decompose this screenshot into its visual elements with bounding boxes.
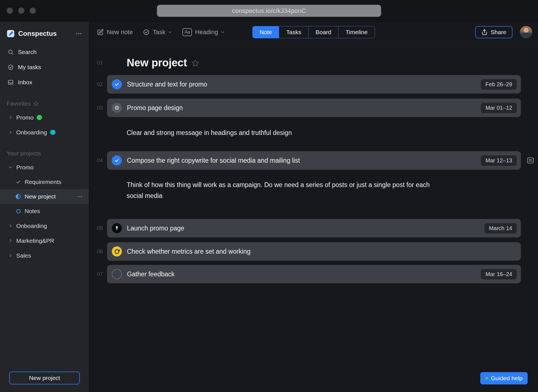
guided-help-button[interactable]: Guided help bbox=[480, 372, 528, 384]
page-item-label: Requirements bbox=[25, 179, 61, 185]
sidebar-item-label: Inbox bbox=[18, 79, 32, 86]
task-circle-check-icon bbox=[143, 29, 150, 36]
task-title: Promo page design bbox=[127, 104, 183, 112]
status-in-progress-icon[interactable] bbox=[112, 103, 122, 113]
view-switcher: Note Tasks Board Timeline bbox=[252, 26, 375, 38]
page-item-label: New project bbox=[25, 193, 56, 200]
task-row[interactable]: Compose the right copywrite for social m… bbox=[107, 151, 521, 170]
note-paragraph[interactable]: Think of how this thing will work as a c… bbox=[107, 179, 438, 201]
line-number: 07 bbox=[89, 271, 107, 277]
heading-block: 01 New project bbox=[89, 55, 538, 70]
toolbar-right: Share bbox=[475, 26, 532, 38]
task-date-badge[interactable]: March 14 bbox=[484, 223, 517, 234]
project-item-sales[interactable]: Sales bbox=[0, 248, 89, 263]
task-row[interactable]: Check whether metrics are set and workin… bbox=[107, 242, 521, 261]
task-date-badge[interactable]: Mar 01–12 bbox=[481, 103, 517, 113]
editor-toolbar: New note Task Aa Heading bbox=[89, 22, 538, 43]
promo-badge-icon bbox=[37, 115, 42, 120]
favorites-title: Favorites bbox=[7, 100, 31, 107]
heading-type-button[interactable]: Aa Heading bbox=[182, 28, 225, 36]
project-item-label: Sales bbox=[16, 252, 31, 259]
task-title: Check whether metrics are set and workin… bbox=[127, 248, 251, 255]
tab-board[interactable]: Board bbox=[308, 26, 338, 38]
sidebar: Conspectus Search My tasks bbox=[0, 22, 89, 392]
task-block: 07 Gather feedback Mar 16–24 bbox=[89, 265, 538, 283]
sidebar-item-inbox[interactable]: Inbox bbox=[0, 75, 89, 90]
status-done-icon[interactable] bbox=[112, 155, 122, 165]
share-label: Share bbox=[491, 29, 506, 36]
chevron-right-icon bbox=[8, 224, 13, 228]
app-logo-icon bbox=[7, 30, 15, 38]
page-title-text: New project bbox=[127, 57, 187, 69]
sidebar-item-my-tasks[interactable]: My tasks bbox=[0, 60, 89, 75]
window-minimize-button[interactable] bbox=[18, 8, 24, 14]
favorite-item-promo[interactable]: Promo bbox=[0, 110, 89, 125]
window-close-button[interactable] bbox=[7, 8, 13, 14]
user-avatar[interactable] bbox=[520, 26, 532, 38]
page-item-new-project[interactable]: New project bbox=[0, 189, 89, 204]
page-item-notes[interactable]: Notes bbox=[0, 204, 89, 218]
search-icon bbox=[8, 49, 14, 55]
main-area: New note Task Aa Heading bbox=[89, 22, 538, 392]
check-circle-icon bbox=[8, 64, 14, 70]
sidebar-item-label: My tasks bbox=[18, 64, 41, 71]
project-item-onboarding[interactable]: Onboarding bbox=[0, 218, 89, 233]
url-bar[interactable]: conspectus.io/c/kJ34ponC bbox=[157, 5, 381, 17]
circle-outline-icon bbox=[15, 209, 21, 213]
task-block: 02 Structure and text for promo Feb 26–2… bbox=[89, 75, 538, 94]
chevron-right-icon bbox=[8, 253, 13, 258]
task-date-badge[interactable]: Mar 16–24 bbox=[481, 269, 517, 279]
line-number: 01 bbox=[89, 60, 107, 66]
comment-icon[interactable] bbox=[526, 156, 535, 165]
status-dot-icon bbox=[485, 377, 488, 380]
page-item-requirements[interactable]: Requirements bbox=[0, 175, 89, 189]
task-date-badge[interactable]: Feb 26–29 bbox=[481, 79, 517, 90]
heading-label: Heading bbox=[195, 29, 218, 36]
line-number: 03 bbox=[89, 105, 107, 111]
project-item-promo[interactable]: Promo bbox=[0, 160, 89, 175]
task-row[interactable]: Gather feedback Mar 16–24 bbox=[107, 265, 521, 283]
paragraph-block: Think of how this thing will work as a c… bbox=[89, 179, 538, 201]
onboarding-badge-icon bbox=[50, 130, 55, 135]
projects-header: Your projects bbox=[0, 147, 89, 160]
check-icon bbox=[15, 179, 21, 185]
task-row[interactable]: Promo page design Mar 01–12 bbox=[107, 99, 521, 117]
new-note-label: New note bbox=[107, 29, 133, 36]
page-menu-button[interactable] bbox=[76, 193, 83, 200]
new-project-button[interactable]: New project bbox=[9, 372, 80, 384]
status-pinned-icon[interactable] bbox=[112, 223, 122, 233]
tab-timeline[interactable]: Timeline bbox=[338, 26, 375, 38]
task-title: Launch promo page bbox=[127, 225, 184, 232]
tab-tasks[interactable]: Tasks bbox=[279, 26, 309, 38]
line-number: 06 bbox=[89, 248, 107, 255]
app-menu-button[interactable] bbox=[75, 30, 82, 37]
task-row[interactable]: Launch promo page March 14 bbox=[107, 219, 521, 237]
task-block: 05 Launch promo page March 14 bbox=[89, 219, 538, 237]
chevron-right-icon bbox=[8, 115, 13, 120]
status-done-icon[interactable] bbox=[112, 79, 122, 89]
task-type-button[interactable]: Task bbox=[143, 29, 172, 36]
progress-pie-icon bbox=[15, 194, 21, 199]
star-icon bbox=[33, 101, 39, 106]
share-button[interactable]: Share bbox=[475, 26, 513, 38]
app-window: conspectus.io/c/kJ34ponC Conspectus Sear… bbox=[0, 0, 538, 392]
line-number: 05 bbox=[89, 225, 107, 231]
task-row[interactable]: Structure and text for promo Feb 26–29 bbox=[107, 75, 521, 94]
new-note-button[interactable]: New note bbox=[97, 29, 133, 36]
note-paragraph[interactable]: Clear and strong message in headings and… bbox=[107, 127, 438, 138]
project-item-marketing-pr[interactable]: Marketing&PR bbox=[0, 233, 89, 248]
status-todo-icon[interactable] bbox=[112, 269, 122, 279]
window-zoom-button[interactable] bbox=[30, 8, 36, 14]
chevron-right-icon bbox=[8, 130, 13, 134]
task-label: Task bbox=[153, 29, 165, 36]
line-number: 04 bbox=[89, 157, 107, 164]
favorite-item-onboarding[interactable]: Onboarding bbox=[0, 125, 89, 140]
favorite-star-icon[interactable] bbox=[191, 59, 200, 67]
tab-note[interactable]: Note bbox=[252, 26, 279, 38]
task-date-badge[interactable]: Mar 12–13 bbox=[481, 155, 517, 166]
sidebar-item-search[interactable]: Search bbox=[0, 45, 89, 60]
project-item-label: Promo bbox=[16, 164, 34, 171]
status-review-icon[interactable] bbox=[112, 246, 122, 256]
task-title: Gather feedback bbox=[127, 270, 175, 278]
page-title[interactable]: New project bbox=[107, 57, 521, 69]
